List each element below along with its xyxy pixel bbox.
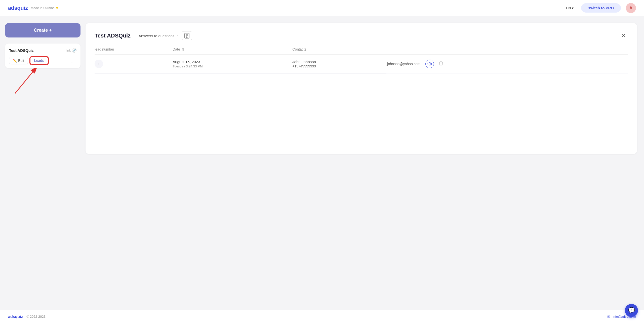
content-area: Test ADSQuiz Answers to questions 1: [86, 16, 644, 310]
leads-panel-title: Test ADSQuiz: [95, 32, 131, 39]
leads-table: lead number Date ⇅ Contacts: [95, 47, 628, 74]
link-icon: 🔗: [72, 48, 76, 53]
header: adsquiz made in Ukraine ♥ EN ▾ switch to…: [0, 0, 644, 16]
create-button[interactable]: Create +: [5, 23, 80, 37]
quiz-card-top: Test ADSQuiz link 🔗: [9, 48, 76, 53]
edit-button[interactable]: ✏️ Edit: [9, 57, 28, 64]
sidebar: Create + Test ADSQuiz link 🔗 ✏️ Edit Lea…: [0, 16, 86, 310]
switch-to-pro-button[interactable]: switch to PRO: [581, 3, 621, 13]
lead-number-cell: 1: [95, 55, 173, 74]
date-line2: Tuesday 3:24:33 PM: [173, 64, 203, 68]
arrow-annotation-container: [5, 68, 80, 96]
header-left: adsquiz made in Ukraine ♥: [8, 5, 58, 11]
contact-phone: +15749999999: [292, 64, 316, 68]
email-cell: jjohnson@yahoo.com: [386, 55, 628, 73]
logo: adsquiz: [8, 5, 28, 11]
main-wrapper: Create + Test ADSQuiz link 🔗 ✏️ Edit Lea…: [0, 16, 644, 310]
quiz-card-link[interactable]: link 🔗: [66, 48, 76, 53]
heart-icon: ♥: [56, 6, 58, 10]
download-icon: [184, 33, 189, 38]
download-button[interactable]: [182, 31, 192, 40]
quiz-card-title: Test ADSQuiz: [9, 48, 34, 53]
more-options-button[interactable]: ⋮: [67, 57, 76, 65]
col-lead-number: lead number: [95, 47, 173, 55]
col-contacts: Contacts: [292, 47, 386, 55]
col-date[interactable]: Date ⇅: [173, 47, 292, 55]
avatar[interactable]: A: [626, 3, 636, 13]
contacts-cell: John Johnson +15749999999: [292, 55, 386, 74]
lang-label: EN: [566, 6, 571, 10]
table-body: 1 August 15, 2023 Tuesday 3:24:33 PM Joh…: [95, 55, 628, 74]
email-icon: ✉: [607, 314, 611, 319]
chat-widget[interactable]: 💬: [625, 304, 638, 317]
footer-left: adsquiz © 2022-2023: [8, 314, 46, 319]
lead-number-badge: 1: [95, 60, 103, 68]
sort-icon: ⇅: [182, 48, 184, 51]
trash-icon: [439, 61, 443, 66]
leads-panel-header: Test ADSQuiz Answers to questions 1: [95, 31, 628, 40]
answers-count: 1: [177, 34, 179, 38]
external-link-icon: [427, 62, 432, 65]
date-cell: August 15, 2023 Tuesday 3:24:33 PM: [173, 55, 292, 74]
leads-button[interactable]: Leads: [30, 57, 48, 65]
email-link-icon[interactable]: [425, 60, 434, 68]
contact-name: John Johnson: [292, 60, 386, 64]
footer-copyright: © 2022-2023: [27, 315, 46, 318]
quiz-card-actions: ✏️ Edit Leads ⋮: [9, 57, 76, 65]
footer: adsquiz © 2022-2023 ✉ info@adsquiz.io: [0, 310, 644, 323]
table-header: lead number Date ⇅ Contacts: [95, 47, 628, 55]
table-row: 1 August 15, 2023 Tuesday 3:24:33 PM Joh…: [95, 55, 628, 74]
date-line1: August 15, 2023: [173, 60, 200, 64]
delete-button[interactable]: [438, 60, 444, 68]
footer-logo: adsquiz: [8, 314, 23, 319]
quiz-card: Test ADSQuiz link 🔗 ✏️ Edit Leads ⋮: [5, 44, 80, 68]
svg-line-1: [15, 72, 33, 93]
arrow-annotation: [5, 68, 55, 96]
leads-panel: Test ADSQuiz Answers to questions 1: [86, 23, 637, 154]
close-button[interactable]: ✕: [619, 31, 628, 40]
pencil-icon: ✏️: [13, 59, 17, 63]
language-selector[interactable]: EN ▾: [564, 5, 576, 12]
contact-email: jjohnson@yahoo.com: [386, 62, 420, 66]
leads-panel-title-area: Test ADSQuiz Answers to questions 1: [95, 31, 192, 40]
header-right: EN ▾ switch to PRO A: [564, 3, 636, 13]
tagline: made in Ukraine ♥: [31, 6, 58, 10]
answers-info: Answers to questions 1: [139, 31, 192, 40]
chevron-down-icon: ▾: [572, 6, 574, 10]
chat-icon: 💬: [628, 307, 635, 314]
